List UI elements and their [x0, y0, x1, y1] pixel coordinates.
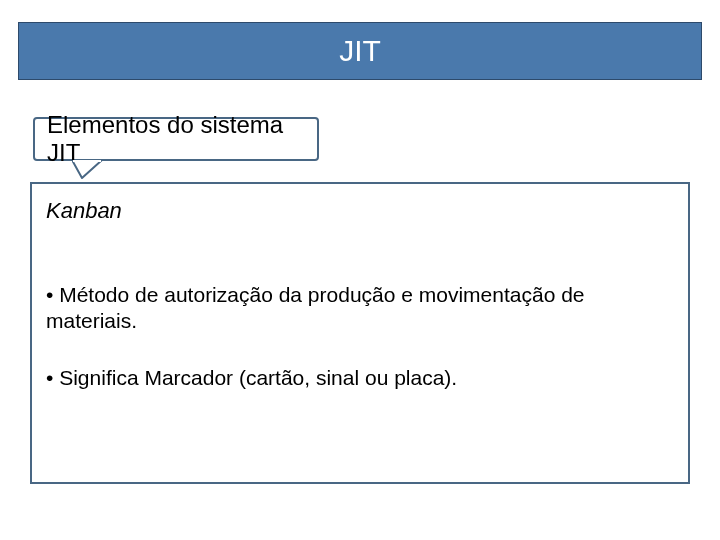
side-placeholder: [696, 100, 714, 330]
content-box: Kanban • Método de autorização da produç…: [30, 182, 690, 484]
subtitle-callout: Elementos do sistema JIT: [33, 117, 319, 161]
svg-marker-0: [72, 160, 102, 178]
bullet-item: • Significa Marcador (cartão, sinal ou p…: [46, 365, 674, 391]
title-bar: JIT: [18, 22, 702, 80]
svg-rect-1: [73, 160, 101, 162]
section-heading: Kanban: [46, 198, 674, 224]
bullet-item: • Método de autorização da produção e mo…: [46, 282, 674, 335]
slide-title: JIT: [339, 34, 381, 68]
slide: JIT Elementos do sistema JIT Kanban • Mé…: [0, 0, 720, 540]
subtitle-text: Elementos do sistema JIT: [47, 111, 317, 167]
